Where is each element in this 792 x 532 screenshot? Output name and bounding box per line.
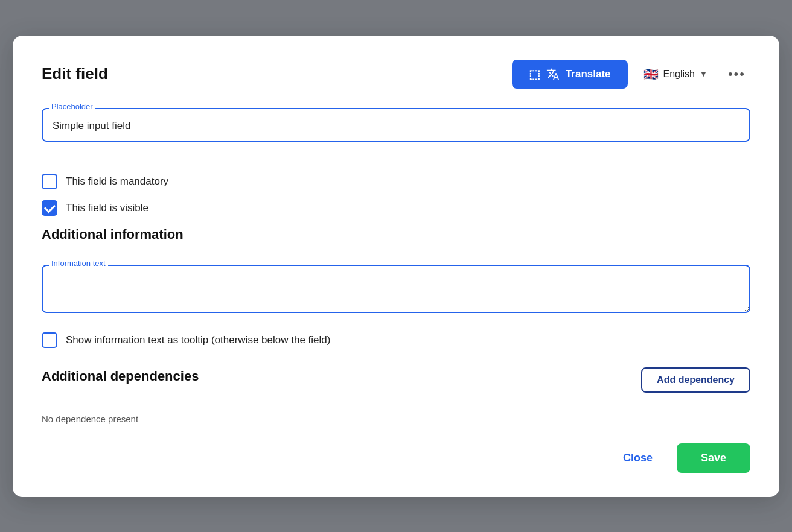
translate-icon: ⬚ (529, 67, 540, 81)
mandatory-checkbox-label: This field is mandatory (66, 176, 168, 188)
more-options-button[interactable]: ••• (723, 63, 750, 86)
divider-2 (42, 250, 750, 250)
modal-overlay: Edit field ⬚ Translate 🇬🇧 English ▼ ••• (0, 0, 792, 532)
modal-header: Edit field ⬚ Translate 🇬🇧 English ▼ ••• (42, 60, 750, 89)
chevron-down-icon: ▼ (700, 69, 707, 78)
placeholder-label: Placeholder (49, 102, 95, 111)
mandatory-checkbox-row: This field is mandatory (42, 174, 750, 189)
visible-checkbox[interactable] (42, 200, 57, 216)
add-dependency-button[interactable]: Add dependency (641, 367, 750, 393)
language-selector[interactable]: 🇬🇧 English ▼ (636, 62, 715, 86)
flag-icon: 🇬🇧 (644, 67, 659, 81)
dependencies-header: Additional dependencies Add dependency (42, 367, 750, 393)
information-text-label: Information text (49, 259, 108, 268)
visible-checkbox-label: This field is visible (66, 202, 148, 214)
edit-field-modal: Edit field ⬚ Translate 🇬🇧 English ▼ ••• (13, 36, 779, 497)
dependencies-section: Additional dependencies Add dependency N… (42, 367, 750, 424)
no-dependence-label: No dependence present (42, 414, 750, 424)
translate-button[interactable]: ⬚ Translate (512, 60, 628, 89)
language-label: English (663, 69, 695, 80)
additional-info-section: Additional information Information text … (42, 227, 750, 348)
modal-title: Edit field (42, 65, 108, 83)
divider-3 (42, 399, 750, 399)
additional-info-title: Additional information (42, 227, 750, 242)
visible-checkbox-row: This field is visible (42, 200, 750, 216)
mandatory-checkbox[interactable] (42, 174, 57, 189)
divider-1 (42, 159, 750, 159)
information-text-input[interactable] (42, 265, 750, 313)
tooltip-checkbox[interactable] (42, 332, 57, 348)
translate-button-label: Translate (566, 68, 611, 80)
information-text-field-group: Information text (42, 265, 750, 315)
tooltip-checkbox-row: Show information text as tooltip (otherw… (42, 332, 750, 348)
placeholder-field-group: Placeholder (42, 108, 750, 142)
save-button[interactable]: Save (677, 443, 750, 473)
dependencies-title: Additional dependencies (42, 369, 199, 384)
header-actions: ⬚ Translate 🇬🇧 English ▼ ••• (512, 60, 750, 89)
translate-svg-icon (546, 68, 560, 81)
tooltip-checkbox-label: Show information text as tooltip (otherw… (66, 334, 330, 346)
more-options-icon: ••• (728, 66, 746, 82)
placeholder-input[interactable] (42, 108, 750, 142)
close-button[interactable]: Close (611, 446, 665, 470)
modal-footer: Close Save (42, 443, 750, 473)
